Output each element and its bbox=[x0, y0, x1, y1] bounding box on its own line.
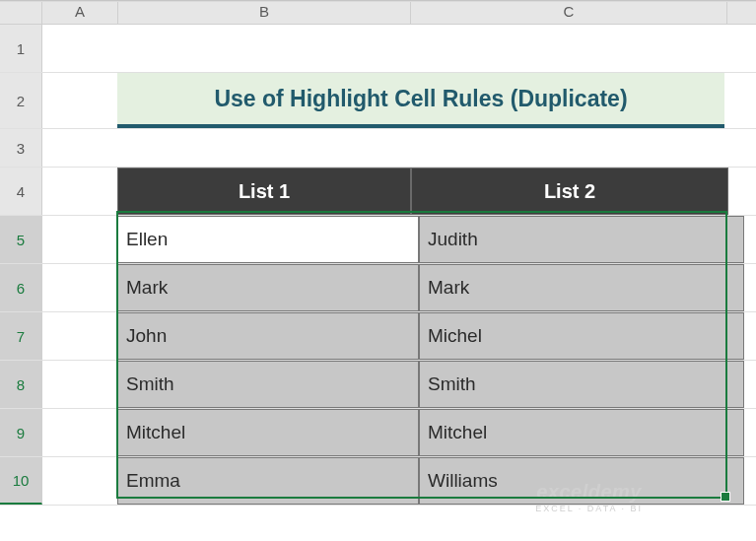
header-list2-label: List 2 bbox=[544, 180, 595, 203]
row-4: 4 List 1 List 2 bbox=[0, 168, 756, 216]
cell-value: Mark bbox=[126, 277, 168, 299]
cell-B7[interactable]: John bbox=[117, 312, 419, 360]
cell-A9[interactable] bbox=[42, 409, 117, 456]
cell-value: Smith bbox=[428, 373, 476, 395]
cell-C9[interactable]: Mitchel bbox=[419, 409, 744, 456]
row-header-3[interactable]: 3 bbox=[0, 129, 42, 167]
cell-C8[interactable]: Smith bbox=[419, 361, 744, 408]
cell-C7[interactable]: Michel bbox=[419, 312, 744, 360]
cell-value: Ellen bbox=[126, 229, 168, 250]
cell-value: Michel bbox=[428, 325, 482, 347]
cell-C1[interactable] bbox=[409, 25, 724, 72]
cell-B8[interactable]: Smith bbox=[117, 361, 419, 408]
title-cell[interactable]: Use of Highlight Cell Rules (Duplicate) bbox=[117, 73, 724, 128]
cell-A5[interactable] bbox=[42, 216, 117, 263]
cell-A7[interactable] bbox=[42, 312, 117, 360]
cell-C3[interactable] bbox=[409, 129, 724, 167]
row-header-2[interactable]: 2 bbox=[0, 73, 42, 128]
header-list2[interactable]: List 2 bbox=[411, 168, 728, 215]
cell-value: Mitchel bbox=[428, 422, 487, 443]
cell-C6[interactable]: Mark bbox=[419, 264, 744, 311]
cell-A8[interactable] bbox=[42, 361, 117, 408]
cell-value: Emma bbox=[126, 470, 180, 492]
cell-A10[interactable] bbox=[42, 457, 117, 505]
cell-A2[interactable] bbox=[42, 73, 117, 128]
row-10: 10 Emma Williams bbox=[0, 457, 756, 506]
row-header-5[interactable]: 5 bbox=[0, 216, 42, 263]
row-header-7[interactable]: 7 bbox=[0, 312, 42, 360]
row-9: 9 Mitchel Mitchel bbox=[0, 409, 756, 457]
cell-A6[interactable] bbox=[42, 264, 117, 311]
cell-value: Mark bbox=[428, 277, 469, 299]
cell-B9[interactable]: Mitchel bbox=[117, 409, 419, 456]
row-3: 3 bbox=[0, 129, 756, 168]
spreadsheet: A B C 1 2 Use of Highlight Cell Rules (D… bbox=[0, 0, 756, 541]
row-header-6[interactable]: 6 bbox=[0, 264, 42, 311]
row-header-1[interactable]: 1 bbox=[0, 25, 42, 72]
col-header-B[interactable]: B bbox=[118, 0, 411, 24]
cell-B1[interactable] bbox=[117, 25, 409, 72]
row-header-9[interactable]: 9 bbox=[0, 409, 42, 456]
cell-B6[interactable]: Mark bbox=[117, 264, 419, 311]
row-8: 8 Smith Smith bbox=[0, 361, 756, 409]
cell-A1[interactable] bbox=[42, 25, 117, 72]
row-5: 5 Ellen Judith bbox=[0, 216, 756, 264]
select-all-corner[interactable] bbox=[0, 0, 42, 24]
selection-fill-handle[interactable] bbox=[721, 492, 730, 502]
window-chrome-edge bbox=[0, 0, 756, 2]
cell-value: Mitchel bbox=[126, 422, 185, 443]
cell-B3[interactable] bbox=[117, 129, 409, 167]
row-2: 2 Use of Highlight Cell Rules (Duplicate… bbox=[0, 73, 756, 129]
row-6: 6 Mark Mark bbox=[0, 264, 756, 312]
cell-value: Smith bbox=[126, 373, 174, 395]
header-list1-label: List 1 bbox=[239, 180, 290, 203]
cell-value: Williams bbox=[428, 470, 498, 492]
row-1: 1 bbox=[0, 25, 756, 73]
col-header-C[interactable]: C bbox=[411, 0, 727, 24]
page-title: Use of Highlight Cell Rules (Duplicate) bbox=[214, 86, 627, 112]
row-header-8[interactable]: 8 bbox=[0, 361, 42, 408]
row-7: 7 John Michel bbox=[0, 312, 756, 361]
cell-A3[interactable] bbox=[42, 129, 117, 167]
header-list1[interactable]: List 1 bbox=[117, 168, 411, 215]
cell-B5[interactable]: Ellen bbox=[117, 216, 419, 263]
cell-value: Judith bbox=[428, 229, 478, 250]
row-header-10[interactable]: 10 bbox=[0, 457, 42, 505]
col-header-A[interactable]: A bbox=[42, 0, 118, 24]
cell-C5[interactable]: Judith bbox=[419, 216, 744, 263]
cell-B10[interactable]: Emma bbox=[117, 457, 419, 505]
row-header-4[interactable]: 4 bbox=[0, 168, 42, 215]
column-header-row: A B C bbox=[0, 0, 756, 25]
cell-C10[interactable]: Williams bbox=[419, 457, 744, 505]
cell-value: John bbox=[126, 325, 167, 347]
cell-A4[interactable] bbox=[42, 168, 117, 215]
